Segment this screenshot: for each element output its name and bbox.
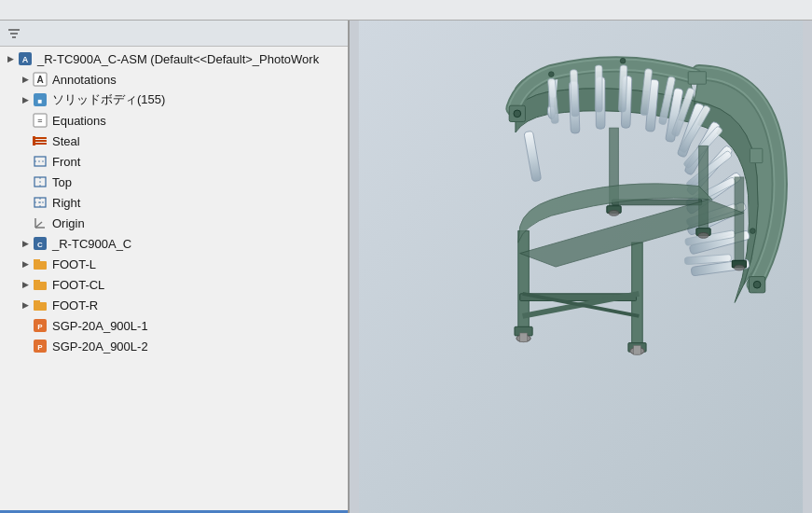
tree-item-annotations[interactable]: ▶ A Annotations xyxy=(0,69,348,90)
svg-text:=: = xyxy=(37,116,42,125)
equations-label: Equations xyxy=(52,114,106,128)
tree-item-sgp-2[interactable]: ▶ P SGP-20A_900L-2 xyxy=(0,336,348,356)
expand-arrow: ▶ xyxy=(19,257,32,270)
annotations-label: Annotations xyxy=(52,73,117,87)
svg-rect-56 xyxy=(595,65,602,112)
solid-body-icon: ■ xyxy=(32,91,48,108)
svg-text:A: A xyxy=(22,55,29,64)
svg-point-87 xyxy=(698,233,709,239)
tree-item-sgp-1[interactable]: ▶ P SGP-20A_900L-1 xyxy=(0,315,348,336)
expand-arrow: ▶ xyxy=(19,237,32,250)
svg-rect-76 xyxy=(735,177,744,267)
tree-item-foot-cl[interactable]: ▶ FOOT-CL xyxy=(0,274,348,295)
svg-rect-13 xyxy=(34,143,47,145)
front-label: Front xyxy=(52,155,80,169)
part-icon: P xyxy=(32,338,48,354)
tree-item-right[interactable]: ▶ Right xyxy=(0,192,348,213)
tree-item-foot-l[interactable]: ▶ FOOT-L xyxy=(0,254,348,274)
svg-rect-14 xyxy=(33,136,35,146)
svg-line-24 xyxy=(35,222,42,228)
expand-arrow: ▶ xyxy=(19,298,32,312)
steal-label: Steal xyxy=(52,134,80,148)
tree-item-root[interactable]: ▶ A _R-TC900A_C-ASM (Default<<Default>_P… xyxy=(0,49,348,69)
left-panel: ▶ A _R-TC900A_C-ASM (Default<<Default>_P… xyxy=(0,21,350,513)
expand-arrow: ▶ xyxy=(4,52,17,65)
svg-point-97 xyxy=(620,58,626,63)
svg-point-95 xyxy=(750,229,755,234)
front-plane-icon xyxy=(32,153,48,170)
tree-content: ▶ A _R-TC900A_C-ASM (Default<<Default>_P… xyxy=(0,47,348,510)
svg-rect-55 xyxy=(570,70,578,117)
svg-text:■: ■ xyxy=(38,97,43,105)
svg-point-96 xyxy=(548,72,554,77)
foot-cl-label: FOOT-CL xyxy=(52,278,104,292)
svg-point-88 xyxy=(734,265,745,270)
expand-arrow: ▶ xyxy=(19,73,32,86)
root-icon: A xyxy=(17,50,34,67)
svg-rect-85 xyxy=(634,345,641,354)
svg-text:C: C xyxy=(37,241,43,249)
folder-icon xyxy=(32,276,48,293)
right-plane-icon xyxy=(32,194,48,211)
tree-item-r-tc900a-c[interactable]: ▶ C _R-TC900A_C xyxy=(0,233,348,254)
svg-text:P: P xyxy=(37,343,43,352)
svg-rect-30 xyxy=(34,280,40,284)
equations-icon: = xyxy=(32,112,48,129)
solid-bodies-label: ソリッドボディ(155) xyxy=(52,91,165,108)
r-tc900a-c-label: _R-TC900A_C xyxy=(52,237,131,251)
svg-rect-57 xyxy=(619,65,627,112)
viewport-panel[interactable] xyxy=(350,21,812,513)
svg-point-86 xyxy=(609,211,620,216)
svg-rect-98 xyxy=(688,72,706,84)
right-label: Right xyxy=(52,196,80,210)
origin-label: Origin xyxy=(52,216,85,230)
tree-item-foot-r[interactable]: ▶ FOOT-R xyxy=(0,295,348,315)
svg-rect-28 xyxy=(34,259,40,263)
top-bar xyxy=(0,0,812,21)
svg-point-90 xyxy=(514,110,521,118)
folder-icon xyxy=(32,256,48,272)
tree-item-equations[interactable]: ▶ = Equations xyxy=(0,110,348,131)
foot-r-label: FOOT-R xyxy=(52,298,98,312)
tree-item-steal[interactable]: ▶ Steal xyxy=(0,131,348,151)
origin-icon xyxy=(32,215,48,231)
top-label: Top xyxy=(52,175,72,189)
svg-text:A: A xyxy=(36,75,43,85)
expand-arrow: ▶ xyxy=(19,93,32,106)
tree-item-front[interactable]: ▶ Front xyxy=(0,151,348,172)
tree-item-solid-bodies[interactable]: ▶ ■ ソリッドボディ(155) xyxy=(0,90,348,110)
svg-point-92 xyxy=(753,281,761,288)
tree-header xyxy=(0,21,348,47)
steal-icon xyxy=(32,132,48,149)
top-plane-icon xyxy=(32,173,48,190)
filter-icon[interactable] xyxy=(6,25,22,42)
svg-text:P: P xyxy=(37,323,43,331)
tree-item-origin[interactable]: ▶ Origin xyxy=(0,213,348,233)
sgp-2-label: SGP-20A_900L-2 xyxy=(52,340,148,354)
folder-icon xyxy=(32,297,48,313)
root-label: _R-TC900A_C-ASM (Default<<Default>_Photo… xyxy=(37,52,319,66)
svg-rect-99 xyxy=(750,148,762,162)
svg-rect-11 xyxy=(34,137,47,139)
component-icon: C xyxy=(32,235,48,252)
part-icon: P xyxy=(32,317,48,334)
svg-rect-83 xyxy=(520,333,528,342)
conveyor-svg xyxy=(350,21,812,513)
tree-item-top[interactable]: ▶ Top xyxy=(0,172,348,192)
svg-rect-12 xyxy=(34,140,47,142)
sgp-1-label: SGP-20A_900L-1 xyxy=(52,319,148,333)
expand-arrow: ▶ xyxy=(19,278,32,291)
annotations-icon: A xyxy=(32,71,48,88)
svg-rect-32 xyxy=(34,300,40,304)
foot-l-label: FOOT-L xyxy=(52,257,96,271)
main-area: ▶ A _R-TC900A_C-ASM (Default<<Default>_P… xyxy=(0,21,812,513)
